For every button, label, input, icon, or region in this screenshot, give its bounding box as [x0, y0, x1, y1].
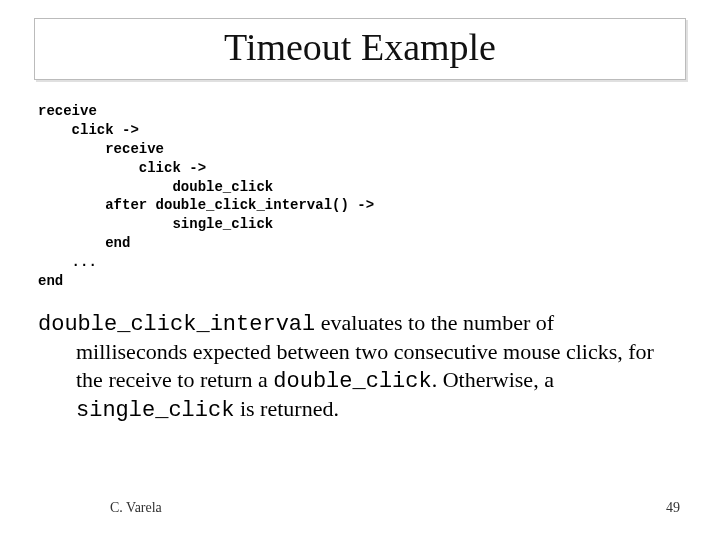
desc-body: milliseconds expected between two consec…	[76, 338, 682, 425]
footer-author: C. Varela	[110, 500, 162, 516]
desc-code-1: double_click_interval	[38, 312, 315, 337]
desc-text-3: . Otherwise, a	[432, 367, 554, 392]
code-block: receive click -> receive click -> double…	[38, 102, 686, 291]
slide-title: Timeout Example	[43, 25, 677, 69]
desc-text-1: evaluates to the number of	[315, 310, 554, 335]
description: double_click_interval evaluates to the n…	[38, 309, 682, 425]
footer-page-number: 49	[666, 500, 680, 516]
slide: Timeout Example receive click -> receive…	[0, 0, 720, 540]
desc-code-3: single_click	[76, 398, 234, 423]
desc-text-4: is returned.	[234, 396, 338, 421]
desc-code-2: double_click	[273, 369, 431, 394]
title-box: Timeout Example	[34, 18, 686, 80]
